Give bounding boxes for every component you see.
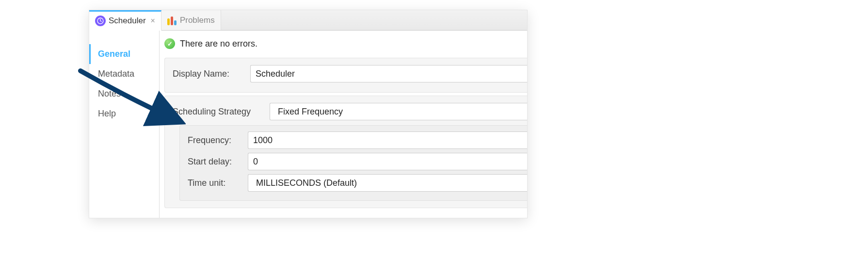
scheduling-strategy-select[interactable] <box>270 103 527 120</box>
display-name-input[interactable] <box>250 65 527 82</box>
display-name-panel: Display Name: <box>164 58 527 93</box>
content-area: General Metadata Notes Help ✓ There are … <box>89 31 527 218</box>
sidebar-item-notes[interactable]: Notes <box>89 84 159 104</box>
sidebar-item-label: Help <box>98 109 116 118</box>
clock-icon <box>95 16 106 26</box>
time-unit-label: Time unit: <box>188 178 248 188</box>
sidebar-item-label: General <box>98 49 130 59</box>
status-message: There are no errors. <box>180 39 257 49</box>
tab-scheduler[interactable]: Scheduler × <box>89 10 161 31</box>
scheduling-strategy-label: Scheduling Strategy <box>173 107 270 117</box>
time-unit-select[interactable] <box>248 174 527 192</box>
status-row: ✓ There are no errors. <box>160 31 527 55</box>
sidebar-item-label: Notes <box>98 89 121 98</box>
frequency-panel: Frequency: Start delay: Time unit: <box>179 125 527 201</box>
display-name-label: Display Name: <box>173 69 250 79</box>
tab-label: Scheduler <box>109 16 146 26</box>
start-delay-input[interactable] <box>248 153 527 170</box>
tabbar: Scheduler × Problems <box>89 10 527 31</box>
start-delay-label: Start delay: <box>188 157 248 167</box>
main-panel: ✓ There are no errors. Display Name: Sch… <box>160 31 527 218</box>
problems-icon <box>167 16 177 25</box>
scheduling-panel: Scheduling Strategy Frequency: Start del… <box>164 96 527 208</box>
frequency-input[interactable] <box>248 131 527 149</box>
close-icon[interactable]: × <box>151 16 155 25</box>
frequency-label: Frequency: <box>188 135 248 146</box>
tab-label: Problems <box>180 16 215 25</box>
tab-problems[interactable]: Problems <box>161 10 221 30</box>
check-circle-icon: ✓ <box>164 38 175 49</box>
scheduler-config-panel: Scheduler × Problems General Metadata No… <box>89 10 528 218</box>
sidebar-item-help[interactable]: Help <box>89 104 159 124</box>
sidebar-item-metadata[interactable]: Metadata <box>89 64 159 84</box>
sidebar: General Metadata Notes Help <box>89 31 160 218</box>
sidebar-item-label: Metadata <box>98 69 134 79</box>
sidebar-item-general[interactable]: General <box>89 44 159 64</box>
